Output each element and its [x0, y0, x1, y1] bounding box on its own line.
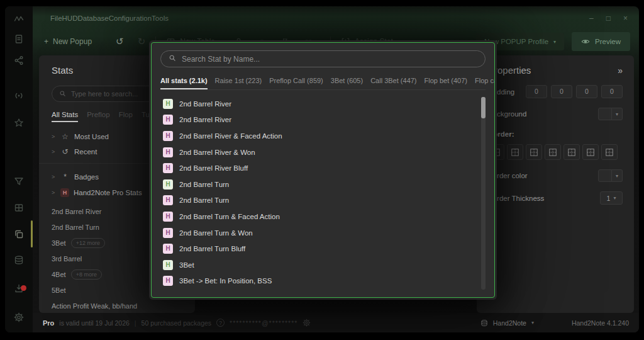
collapse-panel-icon[interactable]: »: [618, 65, 623, 76]
stat-type-badge: H: [163, 212, 173, 222]
stat-label: 2nd Barrel River: [179, 100, 231, 108]
border-thickness-dropdown[interactable]: 1 ▾: [600, 191, 623, 205]
account-settings-icon[interactable]: [303, 319, 311, 327]
undo-button[interactable]: ↺: [116, 36, 124, 47]
packages-label[interactable]: 50 purchased packages: [142, 319, 212, 327]
minimize-button[interactable]: –: [589, 14, 594, 23]
activity-icon[interactable]: [14, 14, 24, 24]
stat-list-item[interactable]: H 2nd Barrel Turn Bluff: [160, 241, 477, 257]
more-count-badge: +12 more: [71, 238, 105, 248]
help-icon[interactable]: ?: [216, 319, 225, 327]
stat-list-item[interactable]: H 3Bet -> Bet: In Position, BSS: [160, 273, 477, 290]
stat-category-tab[interactable]: Preflop Call (859): [269, 77, 323, 89]
menu-item[interactable]: Configuration: [109, 14, 152, 22]
stat-picker-content: Search Stat by Name... All stats (2.1k)R…: [151, 42, 495, 298]
chevron-down-icon: ▾: [612, 169, 623, 182]
chevron-down-icon: ▾: [612, 108, 623, 120]
stat-type-badge: H: [163, 99, 173, 109]
stats-tab[interactable]: Flop: [119, 111, 133, 122]
border-columns-button[interactable]: [582, 144, 599, 160]
stat-category-tab[interactable]: Raise 1st (223): [215, 77, 262, 89]
preview-button[interactable]: Preview: [572, 32, 630, 51]
settings-gear-icon[interactable]: [14, 312, 24, 322]
stats-item-label: 2nd Barrel River: [52, 208, 101, 215]
chevron-right-icon: >: [52, 149, 56, 155]
stat-list-item[interactable]: H 3Bet: [160, 257, 477, 273]
tree-item-label: Recent: [74, 148, 97, 156]
padding-input[interactable]: 0: [601, 85, 623, 98]
stat-category-tabs: All stats (2.1k)Raise 1st (223)Preflop C…: [160, 77, 486, 90]
tree-item-label: Badges: [74, 173, 99, 181]
scrollbar-track[interactable]: [481, 97, 486, 290]
search-icon: [59, 90, 66, 98]
stat-category-tab[interactable]: All stats (2.1k): [160, 77, 208, 89]
menu-item[interactable]: Database: [77, 14, 108, 22]
border-color-dropdown[interactable]: ▾: [598, 169, 623, 182]
database-selector[interactable]: Hand2Note: [493, 319, 526, 327]
star-icon[interactable]: [14, 118, 24, 128]
stats-tab[interactable]: All Stats: [52, 111, 78, 122]
padding-input[interactable]: 0: [576, 85, 597, 98]
stat-picker-modal: Search Stat by Name... All stats (2.1k)R…: [149, 40, 497, 300]
window-controls: – □ ×: [589, 6, 639, 30]
stat-type-badge: H: [163, 195, 173, 205]
stat-type-badge: H: [163, 244, 173, 254]
padding-input[interactable]: 0: [526, 85, 547, 98]
stat-list-item[interactable]: H 2nd Barrel Turn & Faced Action: [160, 208, 477, 225]
stat-label: 3Bet -> Bet: In Position, BSS: [179, 277, 272, 285]
stat-category-tab[interactable]: 3Bet (605): [331, 77, 363, 89]
app-window: FileHUDDatabaseConfigurationTools – □ × …: [5, 6, 639, 332]
border-mixed-button[interactable]: [601, 144, 618, 160]
filter-icon[interactable]: [14, 176, 24, 186]
stat-category-tab[interactable]: Flop bet (407): [425, 77, 467, 89]
database-icon[interactable]: [14, 255, 24, 265]
border-inner-vertical-button[interactable]: [545, 144, 561, 160]
tree-item-icon: H: [60, 188, 69, 197]
padding-input[interactable]: 0: [551, 85, 572, 98]
scrollbar-thumb[interactable]: [481, 97, 486, 118]
document-icon[interactable]: [14, 34, 24, 44]
stat-list-item[interactable]: H 2nd Barrel River & Won: [160, 144, 477, 161]
stat-search-input[interactable]: Search Stat by Name...: [160, 50, 486, 67]
background-color-dropdown[interactable]: ▾: [598, 108, 623, 120]
new-popup-button[interactable]: + New Popup: [44, 37, 92, 46]
share-icon[interactable]: [14, 55, 24, 65]
stat-list-item[interactable]: H 2nd Barrel Turn: [160, 193, 477, 209]
tree-item-label: Hand2Note Pro Stats: [74, 189, 142, 196]
stat-category-tab[interactable]: Flop call (414): [475, 77, 495, 89]
stat-list-item[interactable]: H 2nd Barrel Turn & Won: [160, 225, 477, 241]
maximize-button[interactable]: □: [606, 14, 611, 23]
stats-item-label: 3rd Barrel: [52, 255, 82, 263]
stat-type-badge: H: [163, 276, 173, 286]
stat-list-item[interactable]: H 2nd Barrel River & Faced Action: [160, 128, 477, 144]
stats-list-item[interactable]: Action Profit Weak, bb/hand: [39, 298, 195, 313]
stat-category-tab[interactable]: Call 3Bet (447): [370, 77, 416, 89]
stats-tab[interactable]: Preflop: [87, 111, 109, 122]
border-all-button[interactable]: [526, 144, 542, 160]
stat-list-item[interactable]: H 2nd Barrel River Bluff: [160, 160, 477, 176]
stats-item-label: 2nd Barrel Turn: [52, 224, 99, 231]
stat-list-item[interactable]: H 2nd Barrel River: [160, 112, 477, 128]
border-cross-button[interactable]: [507, 144, 523, 160]
border-rows-button[interactable]: [564, 144, 580, 160]
stat-list-item[interactable]: H 2nd Barrel River: [160, 96, 477, 112]
menu-item[interactable]: HUD: [62, 14, 78, 22]
stat-label: 2nd Barrel River & Won: [179, 149, 255, 156]
search-icon: [169, 54, 176, 64]
stat-label: 3Bet: [179, 261, 194, 269]
database-icon: [480, 319, 488, 327]
more-count-badge: +8 more: [71, 269, 102, 280]
stat-label: 2nd Barrel Turn & Won: [179, 229, 253, 237]
table-icon[interactable]: [14, 203, 24, 213]
close-button[interactable]: ×: [623, 14, 628, 23]
menu-item[interactable]: Tools: [152, 14, 169, 22]
tree-item-icon: *: [60, 173, 70, 181]
stats-item-label: 4Bet: [52, 271, 66, 278]
broadcast-icon[interactable]: [14, 91, 24, 101]
menu-item[interactable]: File: [50, 14, 62, 22]
redo-button[interactable]: ↻: [138, 36, 146, 47]
stat-list-item[interactable]: H 2nd Barrel Turn: [160, 176, 477, 193]
copy-icon[interactable]: [14, 229, 24, 239]
stats-search-placeholder: Type here to search...: [71, 90, 138, 98]
stat-type-badge: H: [163, 147, 173, 157]
